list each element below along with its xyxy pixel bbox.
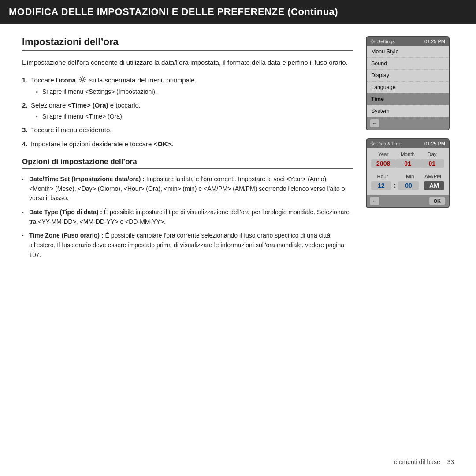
page-header-title: MODIFICA DELLE IMPOSTAZIONI E DELLE PREF… [9, 6, 338, 17]
datetime-values-row2: 12 : 00 AM [371, 181, 444, 190]
step-1-text: sulla schermata del menu principale. [89, 76, 196, 84]
settings-bottom-bar: ← [367, 117, 449, 130]
page-number: elementi dil base _ 33 [394, 458, 454, 465]
option-date-type-label: Date Type (Tipo di data) : [29, 208, 102, 216]
day-value[interactable]: 01 [420, 159, 444, 168]
step-1: 1. Toccare l'icona sulla schermata del m… [22, 75, 353, 97]
right-column: Settings 01:25 PM Menu Style Sound Displ… [366, 36, 454, 264]
option-datetime-set-label: Date/Time Set (Impostazione data/ora) : [29, 175, 145, 182]
settings-menu-display[interactable]: Display [367, 70, 449, 82]
year-value[interactable]: 2008 [371, 159, 395, 168]
svg-point-0 [81, 78, 84, 81]
settings-topbar: Settings 01:25 PM [367, 37, 449, 46]
min-label: Min [398, 174, 421, 179]
step-1-bold: icona [59, 76, 76, 84]
colon-spacer [394, 174, 398, 179]
option-date-type: Date Type (Tipo di data) : È possibile i… [22, 208, 353, 227]
day-label: Day [420, 152, 444, 157]
settings-menu: Menu Style Sound Display Language Time S… [367, 46, 449, 117]
datetime-body: Year Month Day 2008 01 01 Hour [367, 148, 449, 195]
step-2-sub-1: Si apre il menu <Time> (Ora). [36, 112, 353, 121]
option-datetime-set: Date/Time Set (Impostazione data/ora) : … [22, 175, 353, 203]
settings-topbar-title: Settings [377, 39, 395, 44]
step-1-num: 1. [22, 75, 28, 86]
datetime-gear-icon [370, 141, 376, 146]
steps-list: 1. Toccare l'icona sulla schermata del m… [22, 75, 353, 149]
step-3-num: 3. [22, 125, 28, 135]
settings-gear-icon [370, 39, 376, 44]
option-time-zone-label: Time Zone (Fuso orario) : [29, 232, 104, 239]
settings-menu-language[interactable]: Language [367, 82, 449, 93]
step-1-sub-1: Si apre il menu <Settings> (Impostazioni… [36, 87, 353, 97]
settings-topbar-left: Settings [370, 39, 395, 44]
step-2-sub: Si apre il menu <Time> (Ora). [31, 112, 353, 121]
page-header: MODIFICA DELLE IMPOSTAZIONI E DELLE PREF… [0, 0, 476, 24]
page-footer: elementi dil base _ 33 [394, 458, 454, 465]
step-4: 4. Impostare le opzioni desiderate e toc… [22, 139, 353, 149]
settings-back-button[interactable]: ← [370, 119, 379, 127]
svg-point-2 [372, 143, 374, 145]
content-area: Impostazioni dell’ora L’impostazione del… [22, 36, 454, 264]
page: MODIFICA DELLE IMPOSTAZIONI E DELLE PREF… [0, 0, 476, 476]
datetime-ok-button[interactable]: OK [429, 197, 446, 205]
datetime-labels-row2: Hour Min AM/PM [371, 174, 444, 179]
settings-menu-time[interactable]: Time [367, 93, 449, 105]
hour-label: Hour [371, 174, 394, 179]
datetime-topbar-title: Date&Time [377, 141, 402, 146]
gear-icon-inline [79, 75, 86, 86]
svg-point-1 [372, 41, 374, 42]
step-4-num: 4. [22, 139, 28, 149]
month-value[interactable]: 01 [395, 159, 420, 168]
settings-topbar-time: 01:25 PM [424, 39, 445, 44]
month-label: Month [395, 152, 420, 157]
step-2-num: 2. [22, 100, 28, 111]
datetime-back-button[interactable]: ← [370, 197, 379, 205]
datetime-labels-row1: Year Month Day [371, 152, 444, 157]
ampm-value[interactable]: AM [424, 181, 444, 190]
ampm-label: AM/PM [421, 174, 444, 179]
year-label: Year [371, 152, 395, 157]
step-2-bold: <Time> (Ora) [67, 101, 108, 109]
datetime-topbar-left: Date&Time [370, 141, 402, 146]
datetime-bottom-bar: ← OK [367, 195, 449, 207]
datetime-values-row1: 2008 01 01 [371, 159, 444, 168]
settings-menu-menu-style[interactable]: Menu Style [367, 46, 449, 58]
datetime-topbar: Date&Time 01:25 PM [367, 139, 449, 148]
step-4-bold: <OK>. [154, 140, 173, 148]
sub-section-title: Opzioni di impostazione dell’ora [22, 157, 353, 169]
hour-value[interactable]: 12 [371, 181, 391, 190]
step-3: 3. Toccare il menu desiderato. [22, 125, 353, 135]
section-title: Impostazioni dell’ora [22, 36, 353, 51]
time-colon: : [393, 182, 397, 190]
min-value[interactable]: 00 [398, 181, 419, 190]
left-column: Impostazioni dell’ora L’impostazione del… [22, 36, 353, 264]
datetime-screen-mockup: Date&Time 01:25 PM Year Month Day 2008 [366, 138, 450, 208]
intro-text: L’impostazione dell’ora consente di util… [22, 57, 353, 68]
options-list: Date/Time Set (Impostazione data/ora) : … [22, 175, 353, 260]
settings-menu-sound[interactable]: Sound [367, 58, 449, 70]
settings-screen-mockup: Settings 01:25 PM Menu Style Sound Displ… [366, 36, 450, 130]
step-1-sub: Si apre il menu <Settings> (Impostazioni… [31, 87, 353, 97]
step-2: 2. Selezionare <Time> (Ora) e toccarlo. … [22, 100, 353, 121]
datetime-topbar-time: 01:25 PM [424, 141, 445, 146]
settings-menu-system[interactable]: System [367, 105, 449, 117]
option-time-zone: Time Zone (Fuso orario) : È possibile ca… [22, 231, 353, 260]
